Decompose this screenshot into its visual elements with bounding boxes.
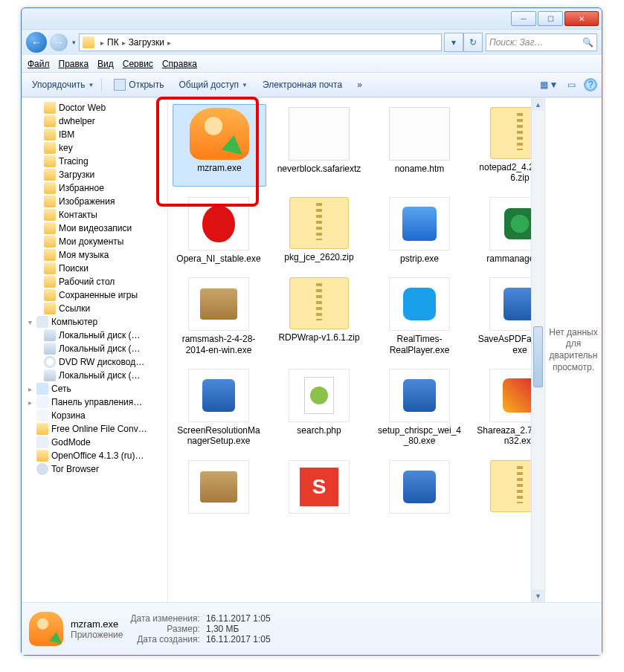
nav-forward-button[interactable]: → (50, 33, 68, 51)
address-dropdown-button[interactable]: ▾ (444, 33, 463, 52)
file-item[interactable]: ramsmash-2-4-28-2014-en-win.exe (173, 274, 265, 358)
tree-item[interactable]: ▸Сеть (23, 382, 166, 395)
chevron-right-icon[interactable]: ▸ (122, 39, 126, 47)
menu-edit[interactable]: Правка (59, 59, 89, 69)
file-item[interactable]: rammanager.key (474, 194, 531, 267)
scroll-track[interactable] (532, 111, 544, 589)
file-item[interactable]: pkg_jce_2620.zip (273, 194, 365, 267)
tree-item[interactable]: Локальный диск (… (23, 329, 166, 342)
tree-caret-icon[interactable]: ▸ (26, 385, 33, 393)
preview-empty-text: Нет данных для дварительн просмотр. (548, 327, 599, 373)
tree-item[interactable]: ▸Панель управления… (23, 395, 166, 409)
tree-item[interactable]: Моя музыка (23, 248, 166, 262)
tree-item[interactable]: IBM (23, 128, 166, 141)
file-item[interactable] (273, 457, 365, 520)
tree-item[interactable]: Избранное (23, 181, 166, 195)
minimize-button[interactable]: ─ (511, 11, 536, 26)
file-item[interactable] (173, 457, 265, 520)
chevron-right-icon[interactable]: ▸ (100, 39, 104, 47)
tree-item[interactable]: Поиски (23, 262, 166, 275)
maximize-button[interactable]: ☐ (538, 11, 563, 26)
menu-tools[interactable]: Сервис (123, 59, 153, 69)
file-item[interactable]: setup_chrispc_wei_4_80.exe (373, 366, 466, 450)
tree-item[interactable]: dwhelper (23, 114, 166, 128)
nav-history-dropdown[interactable]: ▾ (72, 39, 76, 46)
scroll-up-button[interactable]: ▲ (532, 98, 544, 111)
drive-icon (44, 343, 56, 355)
share-button[interactable]: Общий доступ ▼ (173, 78, 254, 91)
tree-item[interactable]: Tracing (23, 155, 166, 168)
scroll-thumb[interactable] (533, 326, 543, 387)
gear-icon (36, 436, 48, 448)
tree-item[interactable]: Корзина (23, 409, 166, 422)
bin-icon (36, 410, 48, 421)
tree-item[interactable]: Локальный диск (… (23, 369, 166, 382)
tree-item[interactable]: Free Online File Conv… (23, 422, 166, 436)
file-grid[interactable]: mzram.exeneverblock.safariextznoname.htm… (168, 98, 531, 602)
file-thumbnail (489, 369, 531, 422)
file-item[interactable]: pstrip.exe (373, 194, 466, 267)
address-bar[interactable]: ▸ ПК ▸ Загрузки ▸ (79, 33, 442, 51)
file-item[interactable]: neverblock.safariextz (273, 104, 365, 187)
tree-item[interactable]: ▾Компьютер (23, 315, 166, 329)
file-item[interactable] (373, 457, 466, 520)
chevron-right-icon[interactable]: ▸ (167, 39, 171, 47)
file-item[interactable]: RealTimes-RealPlayer.exe (373, 274, 466, 358)
tree-item[interactable]: Контакты (23, 208, 166, 222)
close-button[interactable]: ✕ (565, 11, 599, 26)
pc-icon (36, 316, 48, 328)
file-thumbnail (389, 107, 450, 161)
tree-item[interactable]: GodMode (23, 436, 166, 449)
menu-help[interactable]: Справка (162, 59, 197, 69)
file-name-label: pkg_jce_2620.zip (284, 252, 353, 262)
file-item[interactable]: Shareaza_2.7.9.0_Win32.exe (474, 366, 531, 450)
tree-item[interactable]: OpenOffice 4.1.3 (ru)… (23, 449, 166, 462)
file-item[interactable]: notepad2_4.2.25_x86.zip (474, 104, 531, 187)
tree-item[interactable]: Ссылки (23, 302, 166, 315)
tree-caret-icon[interactable]: ▸ (26, 398, 33, 407)
tree-item[interactable]: DVD RW дисковод… (23, 355, 166, 369)
tree-item[interactable]: key (23, 141, 166, 155)
file-thumbnail (289, 197, 349, 249)
tree-item[interactable]: Загрузки (23, 168, 166, 181)
tree-item[interactable]: Tor Browser (23, 462, 166, 476)
file-item[interactable] (474, 457, 531, 520)
breadcrumb-downloads[interactable]: Загрузки (129, 37, 164, 48)
tor-icon (36, 463, 48, 475)
preview-pane-toggle[interactable]: ▭ (562, 77, 581, 93)
file-item[interactable]: Opera_NI_stable.exe (173, 194, 265, 267)
scroll-down-button[interactable]: ▼ (532, 589, 544, 602)
tree-caret-icon[interactable]: ▾ (26, 318, 33, 326)
nav-back-button[interactable]: ← (26, 32, 47, 53)
file-item[interactable]: search.php (273, 366, 365, 450)
menu-view[interactable]: Вид (97, 59, 114, 69)
details-size-value: 1,30 МБ (206, 624, 271, 634)
file-thumbnail (289, 107, 350, 161)
tree-item[interactable]: Doctor Web (23, 101, 166, 114)
file-item[interactable]: ScreenResolutionManagerSetup.exe (173, 366, 265, 450)
open-button[interactable]: Открыть (108, 77, 170, 92)
tree-item[interactable]: Сохраненные игры (23, 288, 166, 302)
file-item[interactable]: mzram.exe (173, 104, 266, 187)
more-commands-button[interactable]: » (351, 78, 368, 91)
tree-item[interactable]: Мои документы (23, 235, 166, 248)
refresh-button[interactable]: ↻ (463, 33, 483, 52)
file-item[interactable]: SaveAsPDFandXPS.exe (474, 274, 531, 358)
search-input[interactable]: Поиск: Заг… 🔍 (486, 33, 597, 51)
organize-button[interactable]: Упорядочить ▼ (26, 78, 102, 91)
menu-file[interactable]: Файл (28, 59, 50, 69)
change-view-button[interactable]: ▦ ▼ (539, 77, 559, 93)
navigation-tree[interactable]: Doctor WebdwhelperIBMkeyTracingЗагрузкиИ… (22, 98, 168, 602)
help-button[interactable]: ? (584, 78, 597, 91)
vertical-scrollbar[interactable]: ▲ ▼ (531, 98, 544, 602)
tree-item[interactable]: Изображения (23, 195, 166, 208)
tree-item[interactable]: Мои видеозаписи (23, 222, 166, 235)
email-button[interactable]: Электронная почта (257, 78, 348, 91)
breadcrumb-pc[interactable]: ПК (107, 37, 119, 48)
folder-icon (44, 236, 56, 248)
file-item[interactable]: RDPWrap-v1.6.1.zip (273, 274, 365, 358)
file-item[interactable]: noname.htm (373, 104, 466, 187)
tree-item[interactable]: Рабочий стол (23, 275, 166, 288)
tree-item-label: Tor Browser (51, 464, 99, 474)
tree-item[interactable]: Локальный диск (… (23, 342, 166, 355)
